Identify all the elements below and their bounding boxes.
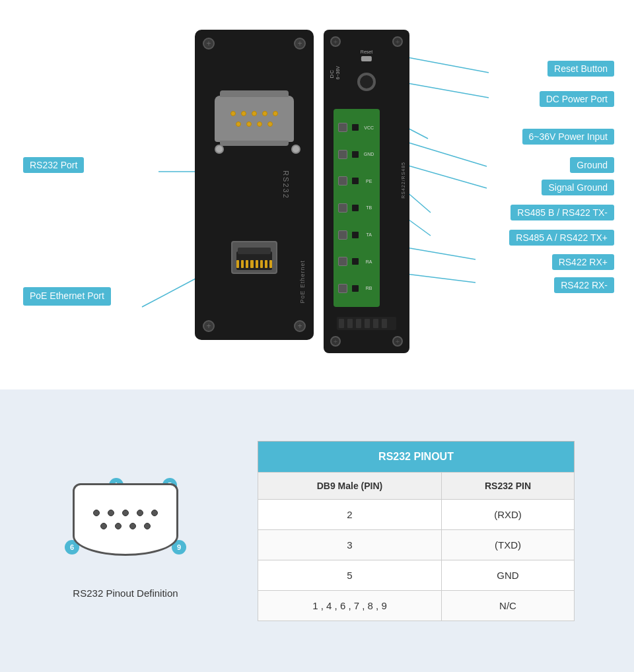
db9-diag-pin [129,523,136,529]
terminal-hole [352,258,359,265]
db9-pin [262,111,267,116]
table-cell-rs232: (TXD) [441,529,574,560]
db9-diag-pin [144,523,151,529]
rj45-pin [265,260,267,268]
terminal-row-vcc: VCC [336,118,377,137]
db9-screw-right [291,145,300,154]
rj45-inner [236,252,272,270]
svg-line-6 [406,218,431,236]
db9-screw-left [215,145,224,154]
screw-bl [203,320,215,332]
terminal-block: VCC GND PE TB TA [334,109,380,307]
db9-diag-pin [115,523,122,529]
rj45-port [231,241,277,274]
terminal-hole [352,232,359,238]
device-right: + + + + Reset DC 6~36V VCC GND [324,30,409,353]
db9-pin [241,111,246,116]
screw-tl [203,38,215,50]
connector-tooth [365,319,370,328]
pinout-table-container: RS232 PINOUT DB9 Male (PIN) RS232 PIN 2(… [258,441,575,621]
terminal-screw [338,176,347,185]
screw-tr [294,38,306,50]
terminal-label-rb: RB [363,286,375,290]
dc-jack-visual [357,73,376,91]
db9-screws [215,145,300,154]
db9-diagram-body [73,483,178,556]
terminal-screw [338,150,347,159]
device-left: RS232 PoE Ethernet [195,30,314,340]
rj45-area [231,241,277,274]
terminal-label-tb: TB [363,205,375,210]
connector-tooth [347,319,353,328]
terminal-row-ta: TA [336,225,377,245]
annotation-lines [0,0,634,389]
rj45-pin [241,260,244,268]
rj45-pin [236,260,239,268]
poe-ethernet-device-label: PoE Ethernet [299,260,306,304]
db9-connector [215,96,294,155]
top-section: RS232 PoE Ethernet + + + + [0,0,634,389]
db9-diag-pin [151,510,158,516]
table-row: 2(RXD) [258,499,575,529]
db9-diag-pin [122,510,129,516]
svg-line-5 [406,191,431,213]
annotation-reset-button: Reset Button [547,61,614,77]
terminal-hole [352,178,359,184]
db9-diagram: 1 5 6 9 [59,463,192,569]
dc-text: DC [329,69,335,79]
db9-body [215,96,294,142]
db9-pin [236,121,241,127]
voltage-text: 6~36V [335,66,340,79]
terminal-row-ra: RA [336,252,377,271]
db9-diag-pin [100,523,107,529]
table-cell-pin: 3 [258,529,442,560]
terminal-screw [338,284,347,293]
table-cell-rs232: (RXD) [441,499,574,529]
annotation-rs422rxminus: RS422 RX- [554,277,614,293]
reset-label-text: Reset [361,50,372,54]
device-rs232-label: RS232 [282,170,290,199]
table-row: 5GND [258,560,575,590]
rj45-pin [246,260,248,268]
table-cell-pin: 1 , 4 , 6 , 7 , 8 , 9 [258,590,442,621]
db9-pin [267,121,273,127]
pinout-table-body: 2(RXD)3(TXD)5GND1 , 4 , 6 , 7 , 8 , 9N/C [258,499,575,621]
db9-diagram-area: 1 5 6 9 [59,463,192,599]
db9-diag-pin [137,510,143,516]
db9-pin [246,121,252,127]
terminal-row-gnd: GND [336,145,377,164]
table-row: 1 , 4 , 6 , 7 , 8 , 9N/C [258,590,575,621]
db9-row1 [230,111,278,116]
terminal-row-pe: PE [336,171,377,191]
terminal-row-tb: TB [336,198,377,218]
table-row: 3(TXD) [258,529,575,560]
table-cell-pin: 5 [258,560,442,590]
terminal-label-ta: TA [363,232,375,237]
rj45-pin [269,260,272,268]
db9-diag-pin [108,510,114,516]
rj45-pin [250,260,253,268]
svg-line-10 [142,277,198,307]
annotation-poe-ethernet: PoE Ethernet Port [23,287,111,306]
db9-pin [230,111,236,116]
bottom-section: 1 5 6 9 [0,389,634,672]
table-title: RS232 PINOUT [258,441,575,472]
col1-header: DB9 Male (PIN) [258,472,442,499]
terminal-label-vcc: VCC [363,125,375,130]
terminal-hole [352,124,359,131]
connector-tooth [382,319,387,328]
annotation-rs232-port: RS232 Port [23,157,84,173]
svg-line-7 [406,248,476,259]
db9-definition-label: RS232 Pinout Definition [73,588,178,599]
rs422-rs485-label: RS422/RS485 [401,162,405,199]
terminal-screw [338,123,347,132]
terminal-hole [352,285,359,292]
annotation-ground: Ground [570,157,614,173]
screw-device-right-br: + [392,336,403,347]
rj45-pin [256,260,258,268]
table-cell-rs232: N/C [441,590,574,621]
annotation-rs485a: RS485 A / RS422 TX+ [509,230,614,246]
svg-line-4 [406,165,487,188]
db9-diag-row-top [93,510,158,516]
table-cell-pin: 2 [258,499,442,529]
